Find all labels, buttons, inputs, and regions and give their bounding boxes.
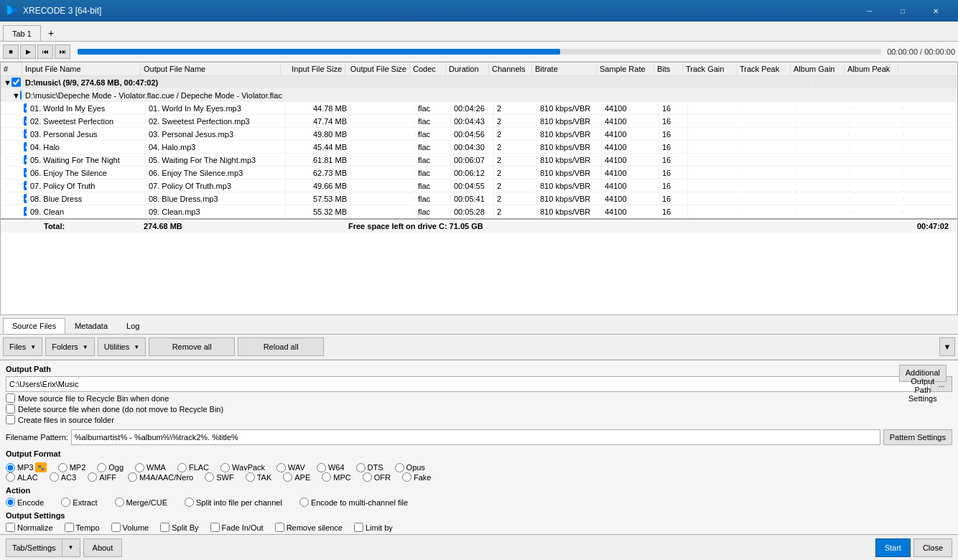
- col-header-bitrate[interactable]: Bitrate: [532, 62, 597, 75]
- col-header-input-size[interactable]: Input File Size: [281, 62, 345, 75]
- action-split-per-channel[interactable]: Split into file per channel: [185, 498, 282, 507]
- format-flac[interactable]: FLAC: [177, 463, 209, 472]
- track-output-name: 08. Blue Dress.mp3: [146, 193, 286, 205]
- close-button[interactable]: Close: [913, 538, 952, 557]
- format-aiff[interactable]: AIFF: [88, 472, 116, 482]
- action-encode-multi[interactable]: Encode to multi-channel file: [299, 498, 408, 507]
- track-row[interactable]: 8 08. Blue Dress 08. Blue Dress.mp3 57.5…: [1, 192, 957, 205]
- format-ogg[interactable]: Ogg: [97, 463, 124, 472]
- format-tak[interactable]: TAK: [246, 472, 272, 482]
- filename-pattern-input[interactable]: [71, 429, 880, 445]
- start-button[interactable]: Start: [875, 538, 911, 557]
- format-fake[interactable]: Fake: [402, 472, 431, 482]
- tab-settings-button[interactable]: Tab/Settings: [6, 538, 62, 557]
- play-button[interactable]: ▶: [20, 45, 36, 59]
- setting-volume[interactable]: Volume: [111, 523, 149, 532]
- col-header-albumpeak[interactable]: Album Peak: [845, 62, 898, 75]
- group-expander[interactable]: ▼: [4, 78, 11, 87]
- col-header-output-size[interactable]: Output File Size: [345, 62, 410, 75]
- next-button[interactable]: ⏭: [55, 45, 70, 59]
- toolbar-more-button[interactable]: ▼: [939, 337, 955, 356]
- subgroup-row[interactable]: ▼ D:\music\Depeche Mode - Violator.flac.…: [1, 89, 957, 102]
- format-mp3[interactable]: MP3 🐾: [6, 462, 47, 472]
- track-trackpeak: [742, 146, 796, 149]
- remove-all-button[interactable]: Remove all: [149, 337, 235, 356]
- tab-metadata[interactable]: Metadata: [65, 318, 117, 334]
- maximize-button[interactable]: □: [886, 0, 919, 22]
- delete-source-checkbox[interactable]: [6, 404, 15, 414]
- about-button[interactable]: About: [83, 538, 123, 557]
- format-m4a[interactable]: M4A/AAC/Nero: [128, 472, 193, 482]
- files-button[interactable]: Files ▼: [3, 337, 42, 356]
- subgroup-expander[interactable]: ▼: [12, 91, 20, 100]
- setting-limit-by[interactable]: Limit by: [354, 523, 393, 532]
- format-swf[interactable]: SWF: [205, 472, 233, 482]
- action-encode[interactable]: Encode: [6, 498, 44, 507]
- track-row[interactable]: 4 04. Halo 04. Halo.mp3 45.44 MB flac 00…: [1, 141, 957, 154]
- tab-1[interactable]: Tab 1: [3, 25, 41, 41]
- track-row[interactable]: 9 09. Clean 09. Clean.mp3 55.32 MB flac …: [1, 205, 957, 218]
- format-w64[interactable]: W64: [317, 463, 345, 472]
- col-header-bits[interactable]: Bits: [654, 62, 683, 75]
- track-row[interactable]: 7 07. Policy Of Truth 07. Policy Of Trut…: [1, 179, 957, 192]
- format-wav[interactable]: WAV: [276, 463, 305, 472]
- additional-output-path-button[interactable]: Additional Output Path Settings: [899, 365, 947, 382]
- prev-button[interactable]: ⏮: [37, 45, 53, 59]
- track-duration: 00:05:28: [451, 206, 494, 218]
- col-header-input-name[interactable]: Input File Name: [22, 62, 141, 75]
- track-row[interactable]: 1 01. World In My Eyes 01. World In My E…: [1, 102, 957, 115]
- format-opus[interactable]: Opus: [395, 463, 425, 472]
- col-header-codec[interactable]: Codec: [410, 62, 446, 75]
- track-row[interactable]: 3 03. Personal Jesus 03. Personal Jesus.…: [1, 128, 957, 141]
- col-header-output-name[interactable]: Output File Name: [141, 62, 281, 75]
- setting-normalize[interactable]: Normalize: [6, 523, 53, 532]
- format-wma[interactable]: WMA: [135, 463, 166, 472]
- track-row[interactable]: 6 06. Enjoy The Silence 06. Enjoy The Si…: [1, 167, 957, 179]
- track-duration: 00:04:55: [451, 180, 494, 192]
- action-extract[interactable]: Extract: [61, 498, 97, 507]
- utilities-button[interactable]: Utilities ▼: [98, 337, 146, 356]
- action-merge[interactable]: Merge/CUE: [115, 498, 167, 507]
- col-header-samplerate[interactable]: Sample Rate: [597, 62, 654, 75]
- col-header-albumgain[interactable]: Album Gain: [791, 62, 845, 75]
- format-mpc[interactable]: MPC: [322, 472, 350, 482]
- reload-all-button[interactable]: Reload all: [238, 337, 324, 356]
- col-header-num[interactable]: #: [1, 62, 22, 75]
- track-output-name: 06. Enjoy The Silence.mp3: [146, 167, 286, 179]
- tab-log[interactable]: Log: [117, 318, 149, 334]
- create-in-source-checkbox[interactable]: [6, 415, 15, 424]
- col-header-trackpeak[interactable]: Track Peak: [737, 62, 791, 75]
- toolbar: Files ▼ Folders ▼ Utilities ▼ Remove all…: [0, 335, 958, 360]
- format-mp2[interactable]: MP2: [58, 463, 86, 472]
- pattern-settings-button[interactable]: Pattern Settings: [883, 429, 952, 445]
- format-ape[interactable]: APE: [283, 472, 310, 482]
- app-icon: [6, 4, 19, 19]
- format-alac[interactable]: ALAC: [6, 472, 38, 482]
- tab-settings-arrow-button[interactable]: ▼: [62, 538, 80, 557]
- output-path-input[interactable]: [6, 376, 928, 392]
- format-ac3[interactable]: AC3: [50, 472, 76, 482]
- minimize-button[interactable]: ─: [853, 0, 886, 22]
- tab-source-files[interactable]: Source Files: [3, 318, 65, 334]
- group-checkbox[interactable]: [11, 78, 21, 87]
- setting-remove-silence[interactable]: Remove silence: [275, 523, 343, 532]
- stop-button[interactable]: ■: [3, 45, 19, 59]
- setting-fade-in-out[interactable]: Fade In/Out: [210, 523, 264, 532]
- setting-split-by[interactable]: Split By: [160, 523, 198, 532]
- folders-button[interactable]: Folders ▼: [45, 337, 95, 356]
- col-header-channels[interactable]: Channels: [489, 62, 532, 75]
- close-window-button[interactable]: ✕: [919, 0, 952, 22]
- col-header-trackgain[interactable]: Track Gain: [683, 62, 737, 75]
- move-to-recycle-checkbox[interactable]: [6, 393, 15, 403]
- format-ofr[interactable]: OFR: [363, 472, 391, 482]
- format-wavpack[interactable]: WavPack: [220, 463, 265, 472]
- new-tab-button[interactable]: +: [42, 25, 60, 41]
- group-row[interactable]: ▼ D:\music\ (9/9, 274.68 MB, 00:47:02): [1, 76, 957, 89]
- format-dts[interactable]: DTS: [356, 463, 383, 472]
- progress-area[interactable]: [78, 49, 881, 55]
- track-row[interactable]: 5 05. Waiting For The Night 05. Waiting …: [1, 154, 957, 167]
- setting-tempo[interactable]: Tempo: [65, 523, 100, 532]
- col-header-duration[interactable]: Duration: [446, 62, 489, 75]
- track-row[interactable]: 2 02. Sweetest Perfection 02. Sweetest P…: [1, 115, 957, 128]
- track-input-size: 44.78 MB: [286, 103, 350, 114]
